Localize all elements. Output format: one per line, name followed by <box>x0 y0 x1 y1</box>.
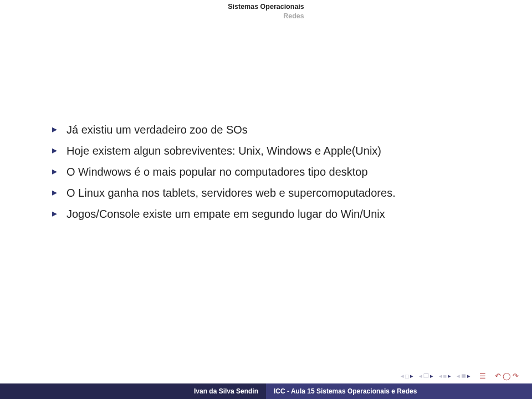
list-item: Hoje existem algun sobreviventes: Unix, … <box>50 143 499 158</box>
list-item: Já existiu um verdadeiro zoo de SOs <box>50 122 499 137</box>
list-item: O Windwows é o mais popular no computado… <box>50 164 499 180</box>
header-topic-active: Sistemas Operacionais <box>228 2 304 12</box>
list-item: Jogos/Console existe um empate em segund… <box>50 206 499 222</box>
slide-footer: Ivan da Silva Sendin ICC - Aula 15 Siste… <box>0 383 532 399</box>
slide-header: Sistemas Operacionais Redes <box>0 0 532 21</box>
beamer-nav-icons: ◂□▸ ◂❐▸ ◂≡▸ ◂≣▸ ☰ ↶ ◯ ↷ <box>401 372 519 380</box>
nav-circ-icons[interactable]: ↶ ◯ ↷ <box>495 372 519 380</box>
nav-subsection-icon[interactable]: ◂≣▸ <box>457 372 470 380</box>
bullet-list: Já existiu um verdadeiro zoo de SOs Hoje… <box>50 122 499 222</box>
header-topic-inactive: Redes <box>228 12 304 21</box>
footer-title: ICC - Aula 15 Sistemas Operacionais e Re… <box>266 383 532 399</box>
slide-content: Já existiu um verdadeiro zoo de SOs Hoje… <box>50 122 499 227</box>
nav-back-icon[interactable]: ↶ <box>495 372 501 380</box>
nav-frame-icon[interactable]: ◂❐▸ <box>419 372 433 380</box>
list-item: O Linux ganha nos tablets, servidores we… <box>50 185 499 201</box>
nav-slide-icon[interactable]: ◂□▸ <box>401 372 413 380</box>
footer-author: Ivan da Silva Sendin <box>0 383 266 399</box>
nav-search-icon[interactable]: ◯ <box>503 372 511 380</box>
nav-forward-icon[interactable]: ↷ <box>513 372 519 380</box>
nav-section-icon[interactable]: ◂≡▸ <box>439 372 451 380</box>
nav-appendix-icon[interactable]: ☰ <box>479 372 486 380</box>
